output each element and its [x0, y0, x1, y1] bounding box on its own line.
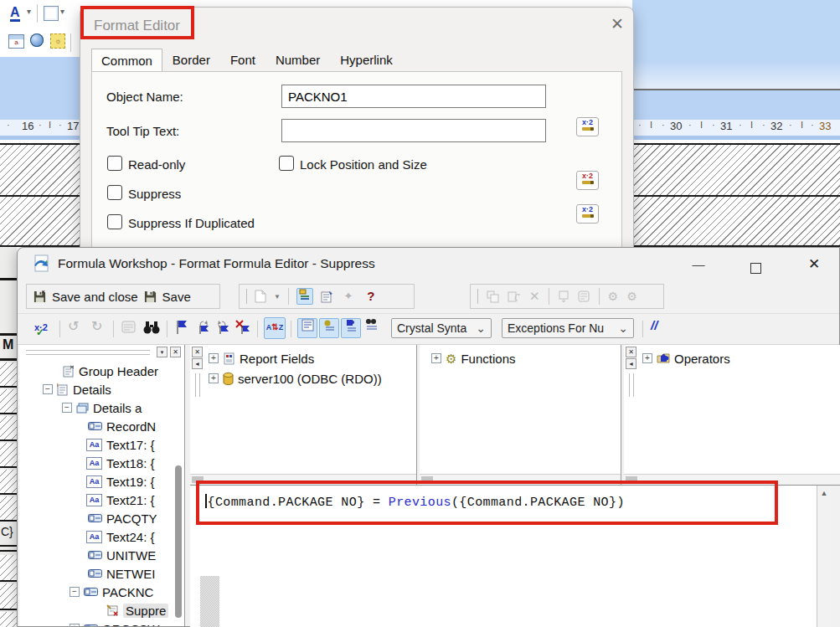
hyperlink-globe-icon[interactable]: [30, 33, 44, 47]
tab-font[interactable]: Font: [220, 48, 265, 72]
exceptions-dropdown[interactable]: Exceptions For Nu ⌄: [502, 318, 634, 338]
minimize-button[interactable]: —: [686, 254, 711, 275]
syntax-dropdown[interactable]: Crystal Synta ⌄: [391, 318, 492, 338]
toolbar-separator: [113, 321, 114, 337]
collapse-icon[interactable]: −: [43, 384, 53, 394]
expand-icon[interactable]: +: [431, 353, 441, 363]
scroll-up-icon[interactable]: ▲: [817, 489, 831, 497]
find-in-formulas-button[interactable]: [363, 318, 381, 337]
datasource-node[interactable]: + server100 (ODBC (RDO)): [209, 369, 382, 388]
tree-item-group-header[interactable]: Group Header: [63, 362, 158, 380]
borders-icon[interactable]: [44, 6, 59, 21]
dialog-close-button[interactable]: ✕: [605, 14, 630, 33]
new-formula-dropdown[interactable]: ▼: [274, 293, 281, 301]
panel-close-button[interactable]: ✕: [170, 347, 181, 357]
insert-summary-icon[interactable]: a: [8, 34, 24, 49]
chevron-down-icon[interactable]: ▾: [27, 7, 31, 16]
check-formula-button[interactable]: x·2 ✓: [34, 319, 54, 337]
expand-icon[interactable]: +: [209, 353, 219, 363]
operators-node[interactable]: + Operators: [642, 349, 730, 367]
toggle-workshop-tree-button[interactable]: [296, 288, 313, 305]
pencil-icon: [582, 181, 594, 184]
report-fields-node[interactable]: + Report Fields: [209, 349, 314, 367]
clear-bookmarks-icon[interactable]: [235, 319, 250, 336]
window-titlebar[interactable]: Formula Workshop - Format Formula Editor…: [18, 248, 839, 280]
collapse-icon[interactable]: −: [62, 403, 72, 413]
tab-hyperlink[interactable]: Hyperlink: [330, 48, 403, 72]
suppress-formula-button[interactable]: x·2: [576, 171, 599, 190]
tab-number[interactable]: Number: [265, 48, 330, 72]
tree-scrollbar-thumb[interactable]: [175, 465, 182, 618]
tab-border[interactable]: Border: [162, 48, 220, 72]
pane-hscroll-thumb[interactable]: [421, 476, 433, 483]
help-button[interactable]: ?: [363, 289, 379, 304]
expand-icon[interactable]: +: [209, 373, 219, 383]
pane-close-button[interactable]: ✕: [192, 347, 203, 357]
object-name-input[interactable]: [281, 85, 546, 108]
lock-position-checkbox[interactable]: [279, 156, 294, 171]
sort-trees-button[interactable]: A⇅Z: [264, 317, 286, 339]
formula-text[interactable]: {Command.PACKAGE NO} = Previous({Command…: [205, 494, 625, 510]
tree-item-text17[interactable]: Aa Text17: {: [86, 435, 155, 454]
save-button[interactable]: Save: [162, 290, 191, 304]
workshop-tree-icon: [299, 289, 311, 301]
tree-item-suppress-formula[interactable]: Suppre: [106, 601, 168, 619]
pane-hscrollbar[interactable]: [420, 474, 621, 485]
margin-hatch: [0, 443, 17, 468]
tree-item-packno[interactable]: − PACKNC: [70, 583, 153, 601]
tooltip-formula-button[interactable]: x·2: [576, 117, 599, 136]
tree-item-details-a[interactable]: − Details a: [62, 398, 142, 417]
comment-button[interactable]: //: [651, 318, 657, 332]
previous-bookmark-icon[interactable]: [215, 319, 230, 336]
suppress-checkbox[interactable]: [107, 185, 122, 200]
ruler-number: 33: [819, 120, 831, 132]
pane-hscroll-thumb[interactable]: [192, 476, 204, 483]
pane-collapse-button[interactable]: ◄: [626, 358, 636, 369]
close-button[interactable]: ✕: [801, 254, 827, 275]
highlighting-icon[interactable]: ☼: [50, 33, 65, 49]
toggle-operators-tree-button[interactable]: [341, 318, 361, 338]
functions-node[interactable]: + ⚙ Functions: [431, 349, 516, 367]
x2-formula-active-icon: x·2: [577, 172, 598, 181]
pane-close-button[interactable]: ✕: [626, 347, 636, 357]
tab-common[interactable]: Common: [91, 49, 162, 73]
new-formula-icon[interactable]: [255, 290, 266, 303]
panel-menu-button[interactable]: ▼: [157, 347, 167, 357]
tree-item-text18[interactable]: Aa Text18: {: [86, 454, 155, 472]
properties-icon[interactable]: [321, 290, 333, 303]
collapse-icon[interactable]: −: [70, 587, 80, 597]
tree-item-grossweight[interactable]: + GROSSW: [70, 619, 159, 626]
tree-item-text19[interactable]: Aa Text19: {: [86, 472, 155, 491]
save-and-close-button[interactable]: Save and close: [52, 290, 138, 304]
next-bookmark-icon[interactable]: [195, 319, 210, 336]
tree-item-text24[interactable]: Aa Text24: {: [86, 527, 155, 546]
bookmark-icon[interactable]: [175, 319, 190, 336]
expand-icon[interactable]: +: [642, 353, 652, 363]
font-color-icon[interactable]: A: [10, 5, 20, 22]
find-binoculars-icon[interactable]: [143, 320, 160, 335]
tree-item-recordnumber[interactable]: RecordN: [88, 417, 156, 435]
tree-item-details[interactable]: − Details: [43, 380, 111, 398]
editor-left-scroll-track[interactable]: [200, 576, 219, 627]
pane-collapse-button[interactable]: ◄: [192, 358, 203, 369]
tree-item-label: Group Header: [79, 364, 158, 378]
readonly-checkbox[interactable]: [107, 156, 122, 171]
panel-grip[interactable]: [26, 350, 150, 355]
expand-icon[interactable]: +: [70, 624, 80, 626]
editor-vscrollbar[interactable]: ▲: [817, 486, 831, 627]
tree-item-pacqty[interactable]: PACQTY: [88, 509, 157, 527]
tooltip-input[interactable]: [281, 119, 546, 142]
pane-hscrollbar[interactable]: [190, 474, 416, 485]
tree-item-unitweight[interactable]: UNITWE: [88, 546, 156, 564]
maximize-button[interactable]: [743, 254, 768, 275]
toggle-functions-tree-button[interactable]: [319, 318, 339, 338]
pane-hscroll-thumb[interactable]: [626, 476, 637, 483]
toggle-fields-tree-button[interactable]: [297, 318, 317, 338]
suppress-duplicated-checkbox[interactable]: [107, 214, 122, 229]
chevron-down-icon[interactable]: ▾: [60, 7, 64, 16]
suppress-duplicated-formula-button[interactable]: x·2: [576, 204, 599, 224]
pane-hscrollbar[interactable]: [624, 474, 840, 485]
formula-text-editor[interactable]: {Command.PACKAGE NO} = Previous({Command…: [190, 485, 840, 627]
tree-item-text21[interactable]: Aa Text21: {: [86, 491, 155, 509]
tree-item-netweight[interactable]: NETWEI: [88, 564, 155, 583]
